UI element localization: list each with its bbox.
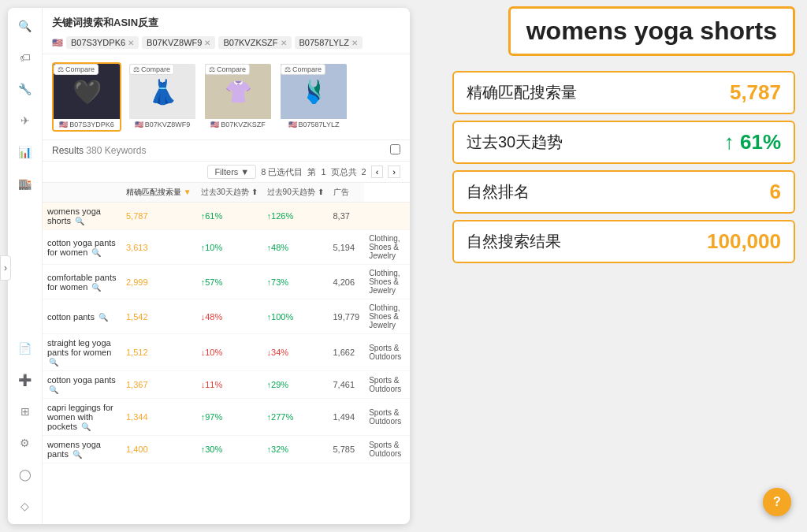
- content-area: 关键词搜索和ASIN反查 🇺🇸 B07S3YDPK6 ✕ B07KVZ8WF9 …: [43, 8, 410, 524]
- organic-cell: 70,000: [406, 399, 410, 436]
- category-cell: Sports & Outdoors: [364, 399, 406, 436]
- organic-cell: [406, 203, 410, 230]
- product-asin-1: 🇺🇸 B07KVZ8WF9: [129, 119, 195, 130]
- main-panel: 🔍 🏷 🔧 ✈ 📊 🏬 📄 ➕ ⊞ ⚙ ◯ ◇ 关键词搜索和ASIN反查 🇺🇸: [8, 8, 410, 524]
- compare-btn-0[interactable]: ⚖ Compare: [54, 64, 99, 75]
- remove-tag-1[interactable]: ✕: [204, 39, 210, 47]
- th-trend30[interactable]: 过去30天趋势 ⬆: [196, 183, 262, 203]
- category-cell: Sports & Outdoors: [364, 371, 406, 399]
- keyword-cell: capri leggings for women with pockets 🔍: [43, 399, 121, 436]
- stat-box-trend: 过去30天趋势 ↑ 61%: [452, 121, 795, 164]
- keyword-cell: cotton yoga pants for women 🔍: [43, 230, 121, 265]
- sidebar-icon-tools[interactable]: 🔧: [17, 80, 34, 98]
- product-asin-2: 🇺🇸 B07KVZKSZF: [205, 119, 271, 130]
- help-button[interactable]: ?: [763, 488, 791, 516]
- th-trend90[interactable]: 过去90天趋势 ⬆: [262, 183, 329, 203]
- trend30-cell: ↑97%: [196, 399, 262, 436]
- category-cell: Clothing, Shoes & Jewelry: [364, 230, 406, 265]
- table-row: womens yoga pants 🔍 1,400 ↑30% ↑32% 5,78…: [43, 436, 410, 463]
- product-card-3[interactable]: ⚖ Compare 🩱 🇺🇸 B07587LYLZ: [279, 62, 348, 132]
- organic-cell: 100,000: [406, 265, 410, 299]
- asin-tag-1[interactable]: B07KVZ8WF9 ✕: [142, 36, 215, 49]
- flag-tag: 🇺🇸: [52, 38, 63, 48]
- sidebar-icon-chart[interactable]: 📊: [17, 143, 34, 161]
- category-cell: Clothing, Shoes & Jewelry: [364, 299, 406, 334]
- remove-tag-3[interactable]: ✕: [351, 39, 358, 47]
- product-asin-3: 🇺🇸 B07587LYLZ: [281, 119, 347, 130]
- compare-btn-3[interactable]: ⚖ Compare: [281, 64, 325, 75]
- search-vol-cell: 5,787: [121, 203, 196, 230]
- product-card-0[interactable]: ⚖ Compare 🖤 🇺🇸 B07S3YDPK6: [52, 62, 121, 132]
- sidebar-icon-circle[interactable]: ◯: [17, 466, 34, 483]
- asin-tag-2[interactable]: B07KVZKSZF ✕: [218, 36, 291, 49]
- table-row: straight leg yoga pants for women 🔍 1,51…: [43, 334, 410, 371]
- stat-value-rank: 6: [770, 180, 781, 204]
- compare-btn-1[interactable]: ⚖ Compare: [129, 64, 174, 75]
- category-cell: [364, 203, 406, 230]
- trend30-cell: ↓11%: [196, 371, 262, 399]
- keyword-cell: straight leg yoga pants for women 🔍: [43, 334, 121, 371]
- next-page-btn[interactable]: ›: [388, 166, 400, 178]
- sidebar-icon-document[interactable]: 📄: [17, 340, 34, 357]
- ads-cell: 5,785: [329, 436, 365, 463]
- filter-bar: Filters ▼ 8 已选代目 第 1 页总共 2 ‹ ›: [43, 162, 410, 183]
- search-vol-cell: 1,344: [121, 399, 196, 436]
- product-card-2[interactable]: ⚖ Compare 👚 🇺🇸 B07KVZKSZF: [203, 62, 273, 132]
- sidebar-icon-diamond[interactable]: ◇: [17, 497, 34, 515]
- filter-count: 8 已选代目: [261, 166, 303, 178]
- ads-cell: 5,194: [329, 230, 365, 265]
- filter-button[interactable]: Filters ▼: [207, 165, 256, 179]
- sidebar-icon-grid[interactable]: ⊞: [17, 403, 34, 420]
- ads-cell: 7,461: [329, 371, 365, 399]
- organic-cell: 50,000: [406, 334, 410, 371]
- trend90-cell: ↑126%: [262, 203, 329, 230]
- page-label: 第: [307, 166, 316, 178]
- stats-column: 精确匹配搜索量 5,787 过去30天趋势 ↑ 61% 自然排名 6 自然搜索结…: [452, 71, 795, 263]
- compare-btn-2[interactable]: ⚖ Compare: [205, 64, 250, 75]
- ads-cell: 1,494: [329, 399, 365, 436]
- organic-cell: 100,000: [406, 299, 410, 334]
- sidebar-icon-plus[interactable]: ➕: [17, 371, 34, 389]
- product-asin-0: 🇺🇸 B07S3YDPK6: [54, 119, 120, 130]
- checkbox-area[interactable]: [390, 144, 400, 157]
- keyword-table: 精确匹配搜索量 ▼ 过去30天趋势 ⬆ 过去90天趋势 ⬆ 广告 womens …: [43, 183, 410, 463]
- stat-value-trend: ↑ 61%: [724, 130, 781, 154]
- remove-tag-0[interactable]: ✕: [128, 39, 134, 47]
- page-total: 2: [362, 167, 366, 177]
- ads-cell: 4,206: [329, 265, 365, 299]
- trend30-cell: ↑61%: [196, 203, 262, 230]
- stat-label-exact: 精确匹配搜索量: [467, 82, 577, 103]
- sidebar-icon-tag[interactable]: 🏷: [17, 49, 34, 66]
- category-cell: Sports & Outdoors: [364, 334, 406, 371]
- th-ads[interactable]: 广告: [329, 183, 365, 203]
- sidebar-icon-settings[interactable]: ⚙: [17, 434, 34, 452]
- remove-tag-2[interactable]: ✕: [281, 39, 287, 47]
- keyword-cell: comfortable pants for women 🔍: [43, 265, 121, 299]
- results-bar: Results 380 Keywords: [43, 140, 410, 162]
- th-exact-vol[interactable]: 精确匹配搜索量 ▼: [121, 183, 196, 203]
- product-card-1[interactable]: ⚖ Compare 👗 🇺🇸 B07KVZ8WF9: [128, 62, 197, 132]
- stat-value-organic: 100,000: [707, 229, 781, 254]
- trend30-cell: ↑30%: [196, 436, 262, 463]
- asin-tag-3[interactable]: B07587LYLZ ✕: [295, 36, 363, 49]
- select-all-checkbox[interactable]: [390, 144, 400, 154]
- stat-box-organic: 自然搜索结果 100,000: [452, 220, 795, 263]
- keyword-cell: cotton pants 🔍: [43, 299, 121, 334]
- category-cell: Sports & Outdoors: [364, 436, 406, 463]
- trend30-cell: ↓10%: [196, 334, 262, 371]
- prev-page-btn[interactable]: ‹: [371, 166, 384, 178]
- panel-header: 关键词搜索和ASIN反查 🇺🇸 B07S3YDPK6 ✕ B07KVZ8WF9 …: [43, 8, 410, 54]
- search-vol-cell: 2,999: [121, 265, 196, 299]
- search-vol-cell: 1,367: [121, 371, 196, 399]
- sidebar-icon-store[interactable]: 🏬: [17, 175, 34, 192]
- th-keyword: [43, 183, 121, 203]
- stat-box-exact-match: 精确匹配搜索量 5,787: [452, 71, 795, 114]
- asin-tag-0[interactable]: B07S3YDPK6 ✕: [66, 36, 139, 49]
- table-row: comfortable pants for women 🔍 2,999 ↑57%…: [43, 265, 410, 299]
- sidebar-icon-send[interactable]: ✈: [17, 112, 34, 129]
- tag-row: 🇺🇸 B07S3YDPK6 ✕ B07KVZ8WF9 ✕ B07KVZKSZF …: [52, 36, 400, 49]
- category-cell: Clothing, Shoes & Jewelry: [364, 265, 406, 299]
- sidebar-icon-search[interactable]: 🔍: [17, 17, 34, 35]
- expand-button[interactable]: ›: [0, 255, 11, 281]
- trend90-cell: ↑73%: [262, 265, 329, 299]
